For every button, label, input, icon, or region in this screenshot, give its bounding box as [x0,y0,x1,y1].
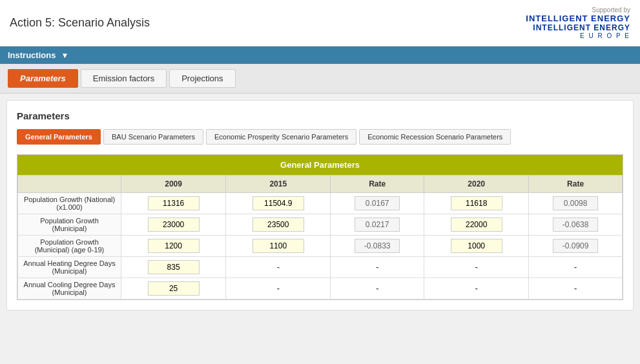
logo-area: Supported by INTELLIGENT ENERGY INTELLIG… [526,6,630,39]
input-rate1-1 [355,217,400,232]
col-rate2: Rate [529,176,623,193]
row-label-3: Annual Heating Degree Days (Municipal) [18,257,121,278]
col-rate1: Rate [331,176,424,193]
cell-rate1-2 [331,236,424,257]
dash-rate2-4: - [574,283,577,294]
cell-2020-2[interactable] [424,236,529,257]
table-row: Population Growth (National) (x1.000) [18,193,623,214]
row-label-2: Population Growth (Municipal) (age 0-19) [18,236,121,257]
sub-tabs: General Parameters BAU Scenario Paramete… [17,129,623,145]
dropdown-arrow-icon: ▼ [61,51,68,60]
row-label-1: Population Growth (Municipal) [18,214,121,236]
instructions-label: Instructions [8,50,56,60]
input-2015-2[interactable] [253,239,304,253]
dash-2015-3: - [276,262,280,272]
sub-tab-recession[interactable]: Economic Recession Scenario Parameters [359,129,511,145]
main-tabs: Parameters Emission factors Projections [0,64,640,94]
sub-tab-bau[interactable]: BAU Scenario Parameters [103,129,203,145]
cell-rate2-4: - [529,278,623,299]
tab-parameters[interactable]: Parameters [8,69,78,88]
input-2009-1[interactable] [148,217,200,232]
sub-tab-general[interactable]: General Parameters [17,129,101,145]
cell-rate1-4: - [331,278,424,299]
cell-2020-3[interactable]: - [424,257,529,278]
input-2015-0[interactable] [253,196,304,210]
row-label-4: Annual Cooling Degree Days (Municipal) [18,278,121,299]
dash-rate1-3: - [376,262,379,272]
dash-rate1-4: - [376,283,379,294]
table-row: Annual Cooling Degree Days (Municipal) -… [18,278,623,299]
cell-rate1-3: - [331,257,424,278]
input-rate1-2 [355,239,400,253]
tab-emission-factors[interactable]: Emission factors [81,69,167,88]
cell-2015-1[interactable] [226,214,331,236]
cell-rate1-1 [331,214,424,236]
cell-rate2-0 [529,193,623,214]
sub-tab-prosperity[interactable]: Economic Prosperity Scenario Parameters [206,129,356,145]
cell-2009-4[interactable] [121,278,226,299]
dash-2020-4: - [475,283,478,294]
dash-rate2-3: - [574,262,577,272]
tab-projections[interactable]: Projections [169,69,235,88]
input-2020-1[interactable] [451,217,502,232]
table-row: Population Growth (Municipal) (age 0-19) [18,236,623,257]
input-2015-1[interactable] [253,217,304,232]
dash-2015-4: - [276,283,280,294]
input-2009-3[interactable] [148,260,200,274]
cell-2009-2[interactable] [121,236,226,257]
input-2020-0[interactable] [451,196,502,210]
col-2009: 2009 [121,176,226,193]
input-rate2-0 [553,196,598,210]
logo-supported: Supported by [526,6,630,14]
cell-2020-1[interactable] [424,214,529,236]
table-title: General Parameters [17,155,623,175]
col-2020: 2020 [424,176,529,193]
input-rate2-1 [553,217,598,232]
cell-2020-4[interactable]: - [424,278,529,299]
logo-brand: INTELLIGENT ENERGY [526,14,630,23]
dash-2020-3: - [475,262,478,272]
table-row: Annual Heating Degree Days (Municipal) -… [18,257,623,278]
input-2009-2[interactable] [148,239,200,253]
main-content: Parameters General Parameters BAU Scenar… [6,100,634,310]
cell-rate2-1 [529,214,623,236]
table-header-row: 2009 2015 Rate 2020 Rate [18,176,623,193]
input-2020-2[interactable] [451,239,502,253]
instructions-bar[interactable]: Instructions ▼ [0,46,640,64]
cell-2009-0[interactable] [121,193,226,214]
col-2015: 2015 [226,176,331,193]
input-rate2-2 [553,239,598,253]
cell-2015-2[interactable] [226,236,331,257]
cell-2015-0[interactable] [226,193,331,214]
page-title: Action 5: Scenario Analysis [10,16,150,30]
params-table: 2009 2015 Rate 2020 Rate Population Grow… [17,175,623,299]
logo-sub: E U R O P E [526,32,630,39]
cell-2020-0[interactable] [424,193,529,214]
cell-2015-3[interactable]: - [226,257,331,278]
logo-brand-text: INTELLIGENT ENERGY [526,23,630,32]
col-label [18,176,121,193]
cell-2009-3[interactable] [121,257,226,278]
section-title: Parameters [17,110,623,121]
input-2009-0[interactable] [148,196,200,210]
cell-rate2-2 [529,236,623,257]
input-2009-4[interactable] [148,281,200,296]
params-table-container: General Parameters 2009 2015 Rate 2020 R… [17,154,623,300]
cell-rate2-3: - [529,257,623,278]
input-rate1-0 [355,196,400,210]
cell-2015-4[interactable]: - [226,278,331,299]
table-row: Population Growth (Municipal) [18,214,623,236]
cell-rate1-0 [331,193,424,214]
row-label-0: Population Growth (National) (x1.000) [18,193,121,214]
cell-2009-1[interactable] [121,214,226,236]
page-header: Action 5: Scenario Analysis Supported by… [0,0,640,46]
